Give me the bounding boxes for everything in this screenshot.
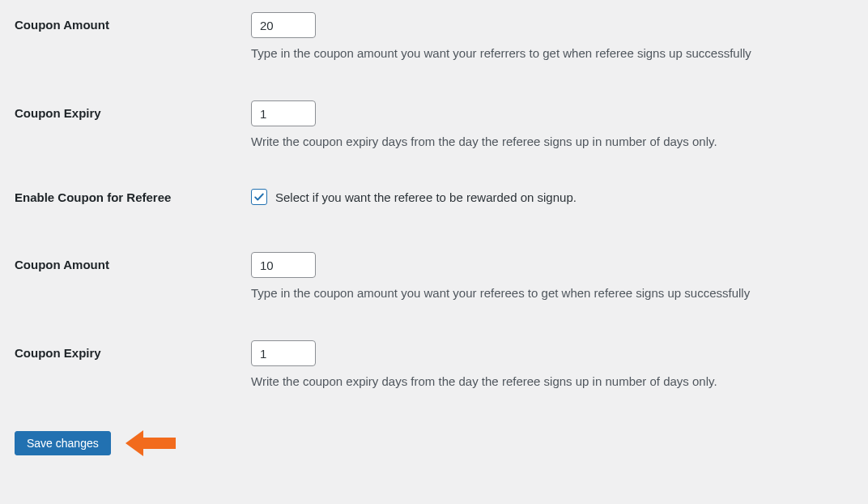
checkbox-wrap-enable-referee: Select if you want the referee to be rew… [251,189,853,205]
save-changes-button[interactable]: Save changes [15,431,111,455]
control-referee-coupon-expiry: Write the coupon expiry days from the da… [251,340,853,390]
field-row-referee-coupon-expiry: Coupon Expiry Write the coupon expiry da… [15,340,853,390]
checkmark-icon [253,191,265,203]
label-referrer-coupon-amount: Coupon Amount [15,12,251,32]
save-row: Save changes [15,429,853,458]
field-row-referee-coupon-amount: Coupon Amount Type in the coupon amount … [15,252,853,301]
field-row-referrer-coupon-amount: Coupon Amount Type in the coupon amount … [15,12,853,62]
label-referee-coupon-amount: Coupon Amount [15,252,251,271]
input-referrer-coupon-amount[interactable] [251,12,316,38]
input-referrer-coupon-expiry[interactable] [251,100,316,126]
label-referee-coupon-expiry: Coupon Expiry [15,340,251,360]
control-referrer-coupon-amount: Type in the coupon amount you want your … [251,12,853,62]
arrow-left-icon [126,429,176,458]
label-enable-referee-coupon: Enable Coupon for Referee [15,190,251,204]
description-referrer-coupon-amount: Type in the coupon amount you want your … [251,45,853,62]
label-referrer-coupon-expiry: Coupon Expiry [15,100,251,120]
control-referee-coupon-amount: Type in the coupon amount you want your … [251,252,853,301]
control-enable-referee-coupon: Select if you want the referee to be rew… [251,189,853,205]
input-referee-coupon-amount[interactable] [251,252,316,278]
input-referee-coupon-expiry[interactable] [251,340,316,366]
description-referee-coupon-expiry: Write the coupon expiry days from the da… [251,373,853,390]
field-row-enable-referee-coupon: Enable Coupon for Referee Select if you … [15,189,853,205]
checkbox-text-enable-referee: Select if you want the referee to be rew… [275,190,577,204]
checkbox-enable-referee-coupon[interactable] [251,189,267,205]
description-referrer-coupon-expiry: Write the coupon expiry days from the da… [251,133,853,150]
control-referrer-coupon-expiry: Write the coupon expiry days from the da… [251,100,853,150]
field-row-referrer-coupon-expiry: Coupon Expiry Write the coupon expiry da… [15,100,853,150]
description-referee-coupon-amount: Type in the coupon amount you want your … [251,284,853,301]
